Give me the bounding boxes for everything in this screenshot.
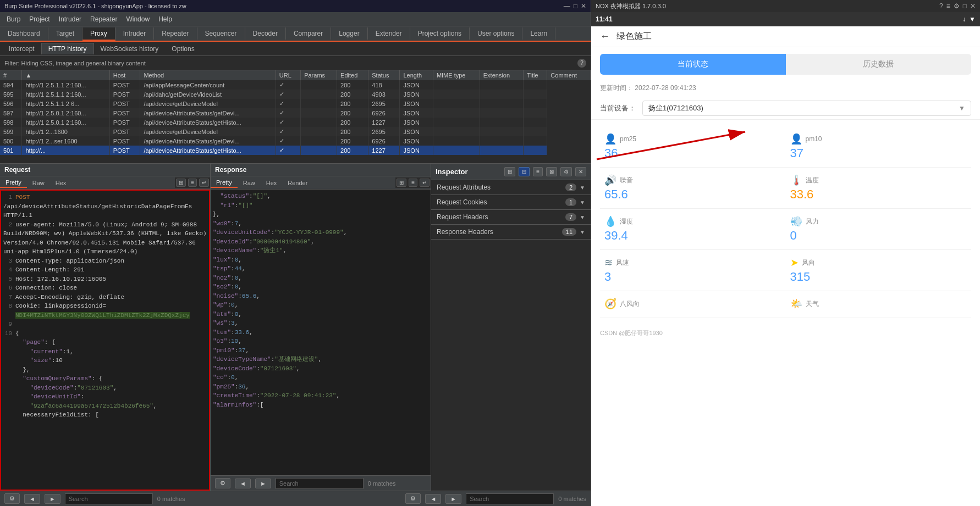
sub-tab-websockets[interactable]: WebSockets history: [94, 43, 166, 54]
inspector-req-attrs-header[interactable]: Request Attributes 2 ▼: [431, 180, 591, 194]
nox-close-btn[interactable]: ✕: [970, 2, 976, 10]
request-next-btn[interactable]: ►: [45, 494, 60, 504]
inspector-view-btn1[interactable]: ⊞: [504, 167, 515, 176]
col-length[interactable]: Length: [400, 70, 433, 80]
inspector-view-btn2[interactable]: ⊟: [519, 167, 530, 176]
request-view-toggle-grid[interactable]: ⊞: [176, 179, 186, 187]
inspector-view-btn4[interactable]: ⊠: [546, 167, 557, 176]
response-prev-btn[interactable]: ◄: [235, 479, 251, 488]
back-button[interactable]: ←: [600, 31, 610, 42]
sub-tab-options[interactable]: Options: [165, 43, 201, 54]
table-row[interactable]: 501http://...POST/api/deviceAttributeSta…: [0, 146, 591, 155]
tab-comparer[interactable]: Comparer: [286, 27, 331, 40]
col-method[interactable]: Method: [140, 70, 276, 80]
inspector-req-cookies-header[interactable]: Request Cookies 1 ▼: [431, 195, 591, 209]
response-next-btn[interactable]: ►: [255, 479, 271, 488]
global-next-btn[interactable]: ►: [445, 494, 461, 504]
response-search-input[interactable]: [276, 478, 364, 489]
response-wrap-toggle[interactable]: ↵: [420, 179, 430, 187]
nox-help-btn[interactable]: ?: [939, 2, 943, 10]
inspector-settings-btn[interactable]: ⚙: [560, 167, 572, 176]
tab-decoder[interactable]: Decoder: [245, 27, 286, 40]
request-content[interactable]: 1POST /api/deviceAttributeStatus/getHist…: [0, 190, 210, 491]
response-settings-btn[interactable]: ⚙: [215, 478, 230, 488]
minimize-btn[interactable]: —: [564, 2, 570, 10]
tab-logger[interactable]: Logger: [331, 27, 367, 40]
global-prev-btn[interactable]: ◄: [425, 494, 441, 504]
menu-help[interactable]: Help: [154, 14, 177, 25]
metric-label-pm10: 👤 pm10: [790, 133, 967, 145]
col-num[interactable]: #: [0, 70, 22, 80]
global-settings-btn[interactable]: ⚙: [405, 493, 421, 504]
close-btn[interactable]: ✕: [581, 2, 586, 10]
col-edited[interactable]: Edited: [337, 70, 368, 80]
request-settings-btn[interactable]: ⚙: [4, 493, 20, 504]
col-status[interactable]: Status: [368, 70, 400, 80]
table-row[interactable]: 597http://1 2.5.0.1 2:160...POST/api/dev…: [0, 108, 591, 118]
tab-learn[interactable]: Learn: [522, 27, 555, 40]
filter-help-icon[interactable]: ?: [577, 59, 586, 68]
menu-burp[interactable]: Burp: [2, 14, 25, 25]
response-tab-hex[interactable]: Hex: [261, 179, 283, 187]
metric-cell-pm10: 👤 pm10 37: [786, 126, 972, 168]
response-tab-pretty[interactable]: Pretty: [211, 178, 238, 188]
request-tab-raw[interactable]: Raw: [27, 179, 50, 187]
global-search-input[interactable]: [466, 493, 554, 504]
toggle-current-status[interactable]: 当前状态: [600, 54, 786, 75]
tab-proxy[interactable]: Proxy: [82, 27, 115, 41]
nox-menu-btn[interactable]: ≡: [946, 2, 950, 10]
request-tab-hex[interactable]: Hex: [50, 179, 72, 187]
tab-intruder[interactable]: Intruder: [115, 27, 154, 40]
table-row[interactable]: 500http://1 2...ser.1600POST/api/deviceA…: [0, 136, 591, 146]
request-search-input[interactable]: [65, 493, 153, 504]
response-tab-render[interactable]: Render: [282, 179, 313, 187]
table-row[interactable]: 596http://1 2.5.1.1 2 6...POST/api/devic…: [0, 99, 591, 108]
menu-repeater[interactable]: Repeater: [86, 14, 122, 25]
request-tab-pretty[interactable]: Pretty: [0, 178, 27, 188]
col-extension[interactable]: Extension: [480, 70, 523, 80]
table-row[interactable]: 599http://1 2...1600POST/api/device/getD…: [0, 127, 591, 136]
response-view-toggle-grid[interactable]: ⊞: [397, 179, 406, 187]
metric-value-wind-dir: 315: [790, 270, 967, 284]
tab-extender[interactable]: Extender: [368, 27, 410, 40]
toggle-history-data[interactable]: 历史数据: [786, 54, 972, 75]
resp-line: "pm25":36,: [213, 382, 428, 392]
table-row[interactable]: 598http://1 2.5.0.1 2:160...POST/api/dev…: [0, 118, 591, 127]
inspector-close-btn[interactable]: ✕: [575, 167, 586, 176]
response-content[interactable]: "status":"[]", "r1":"[]" }, "wd8":7, "de…: [211, 190, 431, 475]
table-row[interactable]: 594http://1 2.5.1.1 2:160...POST/api/app…: [0, 80, 591, 90]
sub-tab-http-history[interactable]: HTTP history: [41, 43, 94, 54]
col-url[interactable]: URL: [276, 70, 300, 80]
col-params[interactable]: Params: [301, 70, 337, 80]
tab-repeater[interactable]: Repeater: [154, 27, 197, 40]
tab-user-options[interactable]: User options: [470, 27, 522, 40]
table-row[interactable]: 595http://1 2.5.1.1 2:160...POST/api/dah…: [0, 90, 591, 99]
inspector-req-headers-header[interactable]: Request Headers 7 ▼: [431, 210, 591, 224]
tab-project-options[interactable]: Project options: [410, 27, 470, 40]
inspector-view-btn3[interactable]: ≡: [533, 167, 543, 176]
col-mime[interactable]: MIME type: [433, 70, 480, 80]
col-sort[interactable]: ▲: [22, 70, 109, 80]
device-dropdown[interactable]: 扬尘1(07121603) ▼: [642, 101, 971, 116]
tab-dashboard[interactable]: Dashboard: [0, 27, 48, 40]
menu-project[interactable]: Project: [25, 14, 54, 25]
sub-tab-intercept[interactable]: Intercept: [2, 43, 41, 54]
tab-target[interactable]: Target: [48, 27, 82, 40]
inspector-resp-headers-header[interactable]: Response Headers 11 ▼: [431, 225, 591, 239]
request-prev-btn[interactable]: ◄: [24, 494, 40, 504]
menu-intruder[interactable]: Intruder: [54, 14, 86, 25]
col-host[interactable]: Host: [109, 70, 140, 80]
request-view-toggle-list[interactable]: ≡: [188, 179, 197, 187]
response-tab-raw[interactable]: Raw: [238, 179, 261, 187]
nox-settings-btn[interactable]: ⚙: [954, 2, 960, 10]
tab-sequencer[interactable]: Sequencer: [197, 27, 245, 40]
nox-maximize-btn[interactable]: □: [963, 2, 967, 10]
col-title[interactable]: Title: [524, 70, 547, 80]
phone-scroll-area[interactable]: 当前状态 历史数据 更新时间： 2022-07-28 09:41:23 当前设备…: [591, 47, 980, 506]
response-view-toggle-list[interactable]: ≡: [409, 179, 417, 187]
menu-window[interactable]: Window: [122, 14, 154, 25]
request-wrap-toggle[interactable]: ↵: [199, 179, 209, 187]
maximize-btn[interactable]: □: [574, 2, 577, 10]
metric-label-temp: 🌡️ 温度: [790, 174, 967, 186]
col-comment[interactable]: Comment: [547, 70, 591, 80]
